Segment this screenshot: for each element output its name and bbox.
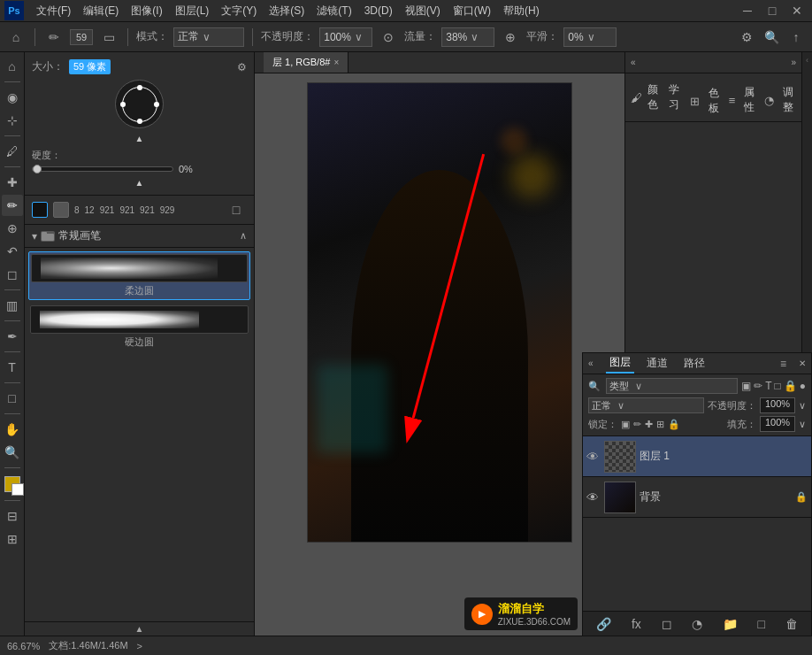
preset-size-921a[interactable]: 921	[100, 205, 115, 215]
eraser-tool[interactable]: ◻	[2, 264, 23, 285]
brush-tool-icon[interactable]: ✏	[43, 27, 65, 48]
adjust-icon[interactable]: ≡	[729, 94, 736, 107]
smooth-dropdown[interactable]: 0% ∨	[563, 27, 617, 47]
brush-handle-top[interactable]	[137, 85, 142, 90]
learn-panel-label[interactable]: 学习	[669, 82, 683, 112]
layer-item-1[interactable]: 👁 图层 1	[583, 436, 811, 477]
restore-icon[interactable]: □	[762, 0, 783, 21]
hardness-slider[interactable]	[32, 166, 173, 172]
lasso-tool[interactable]: ◉	[2, 87, 23, 108]
status-arrow[interactable]: >	[137, 641, 142, 651]
layers-menu-icon[interactable]: ≡	[780, 358, 786, 370]
brush-scroll-bottom[interactable]: ▲	[25, 621, 254, 636]
channels-tab[interactable]: 通道	[643, 354, 671, 373]
size-value[interactable]: 59 像素	[69, 59, 111, 74]
adjust-label[interactable]: 调整	[783, 85, 796, 115]
properties-label[interactable]: 属性	[744, 85, 757, 115]
filter-adj-icon[interactable]: ✏	[754, 380, 762, 392]
filter-smart-icon[interactable]: 🔒	[784, 380, 797, 392]
menu-type[interactable]: 文字(Y)	[216, 2, 262, 20]
search-icon[interactable]: 🔍	[761, 27, 782, 48]
brush-tool[interactable]: ✏	[2, 195, 23, 216]
fill-value[interactable]: 100%	[760, 416, 795, 432]
fill-expand-icon[interactable]: ∨	[799, 419, 806, 430]
link-layers-icon[interactable]: 🔗	[596, 617, 611, 631]
brush-shape-icon[interactable]: ▭	[98, 27, 119, 48]
brush-handle-bottom[interactable]	[137, 119, 142, 124]
new-layer-icon[interactable]: □	[758, 617, 765, 631]
screen-mode[interactable]: ⊞	[2, 528, 23, 550]
delete-layer-icon[interactable]: 🗑	[785, 617, 798, 631]
layer-1-visibility-icon[interactable]: 👁	[586, 450, 601, 464]
menu-window[interactable]: 窗口(W)	[448, 2, 496, 20]
circle-icon[interactable]: ◔	[764, 94, 774, 107]
mode-dropdown[interactable]: 正常 ∨	[173, 27, 244, 47]
move-tool[interactable]: ⌂	[2, 56, 23, 77]
lock-all-icon[interactable]: 🔒	[668, 419, 680, 430]
pen-tool[interactable]: ✒	[2, 326, 23, 347]
airbrush-icon[interactable]: ⊕	[500, 27, 521, 48]
gradient-tool[interactable]: ▥	[2, 295, 23, 316]
scroll-up-icon[interactable]: ∧	[240, 230, 247, 242]
settings-icon[interactable]: ⚙	[736, 27, 757, 48]
lock-paint-icon[interactable]: ✏	[633, 419, 641, 430]
layer-item-bg[interactable]: 👁 背景 🔒	[583, 477, 811, 518]
collapse-icon-left[interactable]: «	[588, 358, 594, 368]
adjustment-icon[interactable]: ◔	[692, 617, 702, 631]
menu-view[interactable]: 视图(V)	[400, 2, 446, 20]
type-tool[interactable]: T	[2, 357, 23, 378]
add-mask-icon[interactable]: ◻	[662, 617, 672, 631]
flow-dropdown[interactable]: 38% ∨	[441, 27, 494, 47]
foreground-color[interactable]	[4, 476, 20, 492]
new-group-icon[interactable]: 📁	[723, 617, 738, 631]
brush-setting-icon[interactable]: 🖌	[631, 91, 642, 104]
brush-gear-icon[interactable]: ⚙	[237, 61, 247, 73]
clone-tool[interactable]: ⊕	[2, 218, 23, 239]
color-swatches[interactable]	[4, 476, 20, 492]
grid-icon[interactable]: ⊞	[690, 95, 700, 108]
collapse-left-icon[interactable]: «	[631, 58, 636, 67]
menu-filter[interactable]: 滤镜(T)	[311, 2, 356, 20]
filter-active-icon[interactable]: ●	[800, 380, 806, 392]
rc-arrow-icon[interactable]: ‹	[806, 56, 808, 65]
zoom-tool[interactable]: 🔍	[2, 442, 23, 463]
preset-black[interactable]	[32, 202, 48, 218]
canvas-content[interactable]	[255, 73, 624, 636]
menu-image[interactable]: 图像(I)	[126, 2, 167, 20]
lock-position-icon[interactable]: ✚	[645, 419, 653, 430]
lock-transparent-icon[interactable]: ▣	[621, 419, 630, 430]
share-icon[interactable]: ↑	[785, 27, 807, 48]
paths-tab[interactable]: 路径	[680, 354, 709, 373]
fx-icon[interactable]: fx	[632, 617, 641, 631]
menu-file[interactable]: 文件(F)	[31, 2, 76, 20]
menu-edit[interactable]: 编辑(E)	[78, 2, 124, 20]
brush-size-display[interactable]: 59	[70, 29, 93, 45]
layers-close-icon[interactable]: ✕	[799, 358, 806, 368]
preset-size-929[interactable]: 929	[160, 205, 175, 215]
filter-pixel-icon[interactable]: ▣	[741, 380, 751, 392]
close-icon[interactable]: ✕	[786, 0, 808, 21]
preset-size-8[interactable]: 8	[74, 205, 80, 215]
hand-tool[interactable]: ✋	[2, 419, 23, 440]
preset-size-921b[interactable]: 921	[119, 205, 134, 215]
color-panel-label[interactable]: 颜色	[647, 82, 662, 112]
healing-tool[interactable]: ✚	[2, 172, 23, 193]
preset-size-12[interactable]: 12	[85, 205, 95, 215]
home-icon[interactable]: ⌂	[5, 27, 27, 48]
blend-dropdown[interactable]: 正常 ∨	[588, 397, 704, 413]
layers-tab[interactable]: 图层	[606, 353, 634, 374]
filter-shape-icon[interactable]: □	[775, 380, 781, 392]
menu-select[interactable]: 选择(S)	[264, 2, 310, 20]
preset-size-921c[interactable]: 921	[140, 205, 155, 215]
brush-hard-round[interactable]: 硬边圆	[28, 304, 250, 351]
brush-soft-round[interactable]: 柔边圆	[28, 251, 250, 300]
shape-tool[interactable]: □	[2, 388, 23, 409]
mask-mode[interactable]: ⊟	[2, 505, 23, 527]
brush-handle-left[interactable]	[120, 102, 126, 107]
filter-type-icon[interactable]: T	[765, 380, 771, 392]
minimize-icon[interactable]: ─	[737, 0, 758, 21]
brush-handle-right[interactable]	[154, 102, 159, 107]
layer-bg-visibility-icon[interactable]: 👁	[586, 490, 601, 505]
lock-artboard-icon[interactable]: ⊞	[656, 419, 664, 430]
preset-gray[interactable]	[53, 202, 69, 218]
